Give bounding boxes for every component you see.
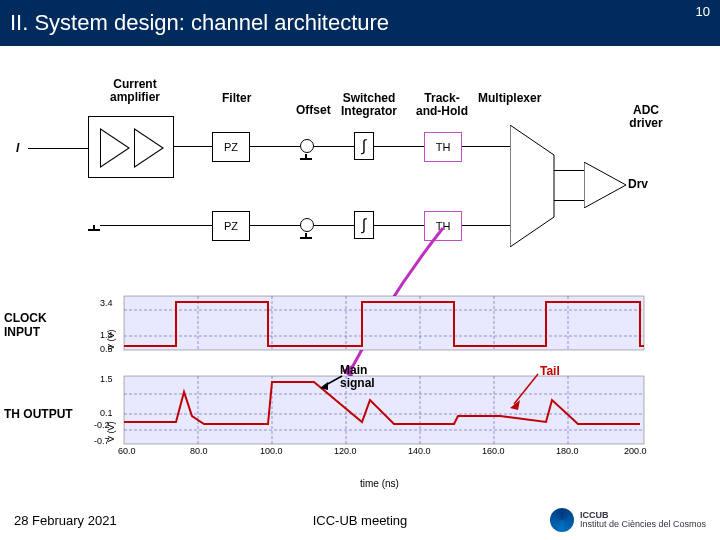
wire <box>174 146 212 147</box>
yaxis-label-2: V (V) <box>106 421 116 442</box>
label-current-amplifier: Currentamplifier <box>100 78 170 104</box>
yaxis-label-1: V (V) <box>106 329 116 350</box>
wire <box>554 200 584 201</box>
block-pz-2: PZ <box>212 211 250 241</box>
offset-symbol-1 <box>300 139 314 153</box>
annotation-tail: Tail <box>540 364 560 378</box>
svg-marker-1 <box>584 162 626 208</box>
block-drv <box>584 162 628 208</box>
slide-footer: 28 February 2021 ICC-UB meeting ICCUB In… <box>0 508 720 532</box>
logo-iccub: ICCUB Institut de Ciències del Cosmos <box>550 508 706 532</box>
wire <box>462 146 510 147</box>
label-th-output: TH OUTPUT <box>0 407 100 421</box>
logo-subtitle: Institut de Ciències del Cosmos <box>580 520 706 529</box>
svg-marker-25 <box>510 400 520 410</box>
label-track-and-hold: Track-and-Hold <box>410 92 474 118</box>
ground-icon <box>300 154 312 164</box>
footer-date: 28 February 2021 <box>14 513 117 528</box>
block-th-1: TH <box>424 132 462 162</box>
label-drv: Drv <box>628 178 648 191</box>
svg-rect-3 <box>124 296 644 350</box>
label-multiplexer: Multiplexer <box>478 92 541 105</box>
svg-rect-12 <box>124 376 644 444</box>
wire <box>462 225 510 226</box>
xaxis-label: time (ns) <box>360 478 399 489</box>
arrow-icon <box>318 372 344 390</box>
label-offset: Offset <box>296 104 331 117</box>
chart-clock: 3.4 1.4 0.5 <box>100 292 660 358</box>
label-clock-input: CLOCKINPUT <box>0 311 100 339</box>
slide-title: II. System design: channel architecture <box>10 10 389 36</box>
svg-marker-0 <box>510 125 554 247</box>
footer-meeting: ICC-UB meeting <box>313 513 408 528</box>
chart-th-output: 1.5 0.1 -0.2 -0.7 60.0 80.0 100.0 120.0 … <box>100 372 660 456</box>
timing-charts: CLOCKINPUT 3.4 1.4 0.5 TH OUTPUT <box>0 292 720 462</box>
wire <box>250 146 300 147</box>
label-switched-integrator: SwitchedIntegrator <box>338 92 400 118</box>
label-input: I <box>16 142 19 155</box>
opamp-icon <box>134 128 164 168</box>
page-number: 10 <box>696 4 710 19</box>
annotation-main-signal: Mainsignal <box>340 364 375 389</box>
wire <box>100 225 212 226</box>
arrow-icon <box>508 370 542 410</box>
channel-diagram: Currentamplifier Filter Offset SwitchedI… <box>0 70 720 285</box>
ground-icon <box>88 225 100 235</box>
logo-swirl-icon <box>550 508 574 532</box>
label-adc-driver: ADCdriver <box>622 104 670 130</box>
block-multiplexer <box>510 125 556 247</box>
slide-header: II. System design: channel architecture … <box>0 0 720 46</box>
label-filter: Filter <box>222 92 251 105</box>
wire <box>314 146 354 147</box>
svg-line-24 <box>514 374 538 404</box>
wire <box>250 225 300 226</box>
opamp-icon <box>100 128 130 168</box>
block-integrator-1: ∫ <box>354 132 374 160</box>
wire <box>374 146 424 147</box>
wire <box>554 170 584 171</box>
wire <box>28 148 88 149</box>
svg-marker-23 <box>320 382 328 390</box>
block-pz-1: PZ <box>212 132 250 162</box>
